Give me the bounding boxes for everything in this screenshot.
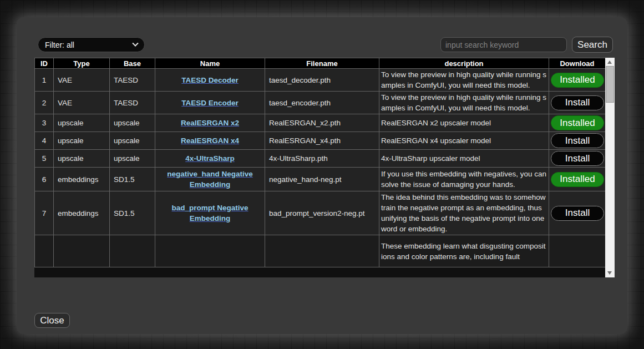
cell-description: These embedding learn what disgusting co…: [379, 235, 549, 267]
cell-download: Installed: [549, 114, 606, 132]
cell-filename: 4x-UltraSharp.pth: [265, 150, 379, 168]
header-download: Download: [549, 58, 606, 69]
cell-filename: [265, 235, 379, 267]
models-table: ID Type Base Name Filename description D…: [34, 58, 605, 267]
cell-id: 1: [35, 69, 54, 92]
cell-download: Install: [549, 92, 606, 114]
cell-base: upscale: [110, 114, 155, 132]
models-table-wrap: ID Type Base Name Filename description D…: [34, 58, 605, 277]
cell-id: 3: [35, 114, 54, 132]
table-row: 3upscaleupscaleRealESRGAN x2RealESRGAN_x…: [35, 114, 606, 132]
model-name-link[interactable]: negative_hand Negative Embedding: [167, 170, 253, 189]
header-id: ID: [35, 58, 54, 69]
cell-base: TAESD: [110, 69, 155, 92]
cell-id: 4: [35, 132, 54, 150]
cell-id: 6: [35, 168, 54, 191]
cell-type: embeddings: [54, 191, 110, 235]
cell-filename: RealESRGAN_x2.pth: [265, 114, 379, 132]
scrollbar-thumb[interactable]: [606, 66, 614, 103]
cell-name: [155, 235, 265, 267]
header-name: Name: [155, 58, 265, 69]
table-row: 5upscaleupscale4x-UltraSharp4x-UltraShar…: [35, 150, 606, 168]
cell-name: RealESRGAN x2: [155, 114, 265, 132]
cell-description: The idea behind this embedding was to so…: [379, 191, 549, 235]
cell-name: RealESRGAN x4: [155, 132, 265, 150]
cell-type: upscale: [54, 114, 110, 132]
table-row: 2VAETAESDTAESD Encodertaesd_encoder.pthT…: [35, 92, 606, 114]
table-row: 7embeddingsSD1.5bad_prompt Negative Embe…: [35, 191, 606, 235]
install-button[interactable]: Install: [551, 206, 604, 221]
models-table-body: 1VAETAESDTAESD Decodertaesd_decoder.pthT…: [35, 69, 606, 267]
cell-filename: taesd_encoder.pth: [265, 92, 379, 114]
table-row: 1VAETAESDTAESD Decodertaesd_decoder.pthT…: [35, 69, 606, 92]
installed-button[interactable]: Installed: [551, 115, 604, 130]
model-name-link[interactable]: RealESRGAN x2: [181, 119, 239, 127]
header-base: Base: [110, 58, 155, 69]
cell-download: [549, 235, 606, 267]
header-description: description: [379, 58, 549, 69]
model-name-link[interactable]: TAESD Encoder: [181, 99, 239, 107]
scrollbar-down-icon[interactable]: [607, 271, 612, 275]
model-name-link[interactable]: TAESD Decoder: [181, 76, 239, 84]
install-button[interactable]: Install: [551, 95, 604, 110]
cell-base: SD1.5: [110, 168, 155, 191]
installed-button[interactable]: Installed: [551, 73, 604, 88]
table-scrollbar[interactable]: [605, 58, 615, 277]
cell-description: RealESRGAN x4 upscaler model: [379, 132, 549, 150]
table-row: 6embeddingsSD1.5negative_hand Negative E…: [35, 168, 606, 191]
filter-select[interactable]: Filter: all: [38, 37, 145, 52]
cell-base: SD1.5: [110, 191, 155, 235]
table-row: These embedding learn what disgusting co…: [35, 235, 606, 267]
search-input[interactable]: [440, 37, 567, 52]
cell-type: [54, 235, 110, 267]
chevron-down-icon: [132, 40, 138, 46]
cell-description: If you use this embedding with negatives…: [379, 168, 549, 191]
comfyui-canvas: Filter: all Search ID Type Base Name: [0, 0, 644, 349]
cell-id: 7: [35, 191, 54, 235]
cell-name: TAESD Encoder: [155, 92, 265, 114]
cell-id: 2: [35, 92, 54, 114]
cell-type: VAE: [54, 92, 110, 114]
scrollbar-up-icon[interactable]: [607, 60, 612, 64]
cell-download: Install: [549, 132, 606, 150]
filter-select-value: Filter: all: [45, 41, 74, 49]
model-name-link[interactable]: RealESRGAN x4: [181, 136, 239, 145]
model-name-link[interactable]: bad_prompt Negative Embedding: [171, 204, 248, 222]
cell-base: upscale: [110, 132, 155, 150]
cell-id: [35, 235, 54, 267]
cell-download: Installed: [549, 69, 606, 92]
header-type: Type: [54, 58, 110, 69]
install-models-dialog: Filter: all Search ID Type Base Name: [17, 17, 627, 334]
cell-filename: RealESRGAN_x4.pth: [265, 132, 379, 150]
search-button[interactable]: Search: [572, 37, 613, 53]
cell-filename: negative_hand-neg.pt: [265, 168, 379, 191]
cell-name: 4x-UltraSharp: [155, 150, 265, 168]
cell-type: upscale: [54, 132, 110, 150]
model-name-link[interactable]: 4x-UltraSharp: [185, 154, 235, 163]
cell-description: To view the preview in high quality whil…: [379, 69, 549, 92]
table-header-row: ID Type Base Name Filename description D…: [35, 58, 606, 69]
cell-filename: taesd_decoder.pth: [265, 69, 379, 92]
cell-description: RealESRGAN x2 upscaler model: [379, 114, 549, 132]
install-button[interactable]: Install: [551, 133, 604, 148]
cell-id: 5: [35, 150, 54, 168]
cell-name: TAESD Decoder: [155, 69, 265, 92]
table-row: 4upscaleupscaleRealESRGAN x4RealESRGAN_x…: [35, 132, 606, 150]
cell-name: bad_prompt Negative Embedding: [155, 191, 265, 235]
header-filename: Filename: [265, 58, 379, 69]
cell-type: embeddings: [54, 168, 110, 191]
close-button[interactable]: Close: [34, 313, 70, 328]
cell-download: Installed: [549, 168, 606, 191]
cell-type: VAE: [54, 69, 110, 92]
cell-base: [110, 235, 155, 267]
cell-description: To view the preview in high quality whil…: [379, 92, 549, 114]
install-button[interactable]: Install: [551, 151, 604, 166]
cell-base: TAESD: [110, 92, 155, 114]
cell-download: Install: [549, 150, 606, 168]
cell-name: negative_hand Negative Embedding: [155, 168, 265, 191]
cell-description: 4x-UltraSharp upscaler model: [379, 150, 549, 168]
installed-button[interactable]: Installed: [551, 172, 604, 187]
cell-base: upscale: [110, 150, 155, 168]
cell-type: upscale: [54, 150, 110, 168]
cell-filename: bad_prompt_version2-neg.pt: [265, 191, 379, 235]
